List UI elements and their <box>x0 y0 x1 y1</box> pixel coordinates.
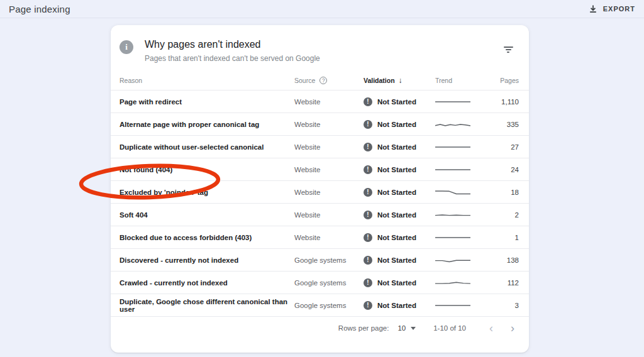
validation-status-label: Not Started <box>377 279 416 287</box>
source-cell: Website <box>294 211 364 219</box>
exclamation-icon: ! <box>364 120 372 129</box>
rows-per-page-label: Rows per page: <box>338 324 389 332</box>
column-header-validation[interactable]: Validation ↓ <box>364 76 430 85</box>
reason-cell: Alternate page with proper canonical tag <box>119 121 294 128</box>
validation-cell: !Not Started <box>364 256 430 265</box>
reason-cell: Soft 404 <box>119 211 294 219</box>
trend-sparkline <box>430 211 483 219</box>
download-icon <box>589 4 597 13</box>
source-cell: Google systems <box>294 256 364 264</box>
pages-count-cell: 138 <box>483 256 519 264</box>
export-button[interactable]: EXPORT <box>589 4 635 13</box>
pages-count-cell: 24 <box>483 166 519 173</box>
trend-sparkline <box>430 165 483 174</box>
reason-cell: Blocked due to access forbidden (403) <box>119 234 294 241</box>
validation-cell: !Not Started <box>364 165 430 174</box>
table-row[interactable]: Crawled - currently not indexedGoogle sy… <box>111 271 529 294</box>
trend-sparkline <box>430 278 483 287</box>
validation-status-label: Not Started <box>377 166 416 173</box>
table-row[interactable]: Duplicate, Google chose different canoni… <box>111 294 529 316</box>
trend-sparkline <box>430 256 483 265</box>
trend-sparkline <box>430 143 483 151</box>
exclamation-icon: ! <box>364 143 372 151</box>
reason-cell: Page with redirect <box>119 98 294 106</box>
reason-cell: Excluded by 'noindex' tag <box>119 189 294 196</box>
validation-cell: !Not Started <box>364 211 430 219</box>
pages-count-cell: 335 <box>483 121 519 128</box>
pages-count-cell: 27 <box>483 143 519 151</box>
trend-sparkline <box>430 120 483 129</box>
reason-cell: Discovered - currently not indexed <box>119 256 294 264</box>
validation-cell: !Not Started <box>364 278 430 287</box>
validation-status-label: Not Started <box>377 211 416 219</box>
table-row[interactable]: Page with redirectWebsite!Not Started1,1… <box>111 90 529 113</box>
source-cell: Website <box>294 166 364 173</box>
table-row[interactable]: Soft 404Website!Not Started2 <box>111 203 529 226</box>
trend-sparkline <box>430 301 483 310</box>
next-page-button[interactable]: › <box>504 319 521 337</box>
source-cell: Website <box>294 143 364 151</box>
table-row[interactable]: Alternate page with proper canonical tag… <box>111 113 529 135</box>
validation-status-label: Not Started <box>377 143 416 151</box>
validation-status-label: Not Started <box>377 302 416 309</box>
pages-count-cell: 3 <box>483 302 519 309</box>
source-cell: Google systems <box>294 302 364 309</box>
validation-cell: !Not Started <box>364 188 430 197</box>
panel-header: i Why pages aren't indexed Pages that ar… <box>111 25 529 63</box>
validation-status-label: Not Started <box>377 234 416 241</box>
reason-cell: Duplicate without user-selected canonica… <box>119 143 294 151</box>
exclamation-icon: ! <box>364 165 372 174</box>
trend-sparkline <box>430 97 483 106</box>
validation-cell: !Not Started <box>364 301 430 310</box>
rows-per-page-select[interactable]: 10 <box>397 324 416 332</box>
table-row[interactable]: Excluded by 'noindex' tagWebsite!Not Sta… <box>111 180 529 203</box>
exclamation-icon: ! <box>364 233 372 242</box>
dropdown-arrow-icon <box>411 327 416 330</box>
page-title: Page indexing <box>9 4 70 14</box>
page-indexing-report: Page indexing EXPORT i Why pages aren't … <box>0 0 644 357</box>
reason-cell: Duplicate, Google chose different canoni… <box>119 298 294 313</box>
why-pages-arent-indexed-panel: i Why pages aren't indexed Pages that ar… <box>111 25 529 353</box>
pages-count-cell: 18 <box>483 189 519 196</box>
exclamation-icon: ! <box>364 256 372 265</box>
table-row[interactable]: Discovered - currently not indexedGoogle… <box>111 248 529 271</box>
source-header-label: Source <box>294 77 315 84</box>
pages-count-cell: 1,110 <box>483 98 519 106</box>
source-cell: Website <box>294 234 364 241</box>
validation-status-label: Not Started <box>377 189 416 196</box>
top-bar: Page indexing EXPORT <box>0 0 644 18</box>
export-label: EXPORT <box>603 5 635 13</box>
validation-cell: !Not Started <box>364 120 430 129</box>
column-header-source[interactable]: Source ? <box>294 77 364 84</box>
exclamation-icon: ! <box>364 188 372 197</box>
pages-count-cell: 112 <box>483 279 519 287</box>
trend-sparkline <box>430 233 483 242</box>
table-body: Page with redirectWebsite!Not Started1,1… <box>111 90 529 316</box>
table-row[interactable]: Blocked due to access forbidden (403)Web… <box>111 226 529 248</box>
table-header-row: Reason Source ? Validation ↓ Trend Pages <box>111 70 529 90</box>
info-icon: i <box>119 40 133 54</box>
column-header-pages[interactable]: Pages <box>483 77 519 84</box>
column-header-reason[interactable]: Reason <box>119 77 294 84</box>
source-cell: Google systems <box>294 279 364 287</box>
source-cell: Website <box>294 189 364 196</box>
validation-cell: !Not Started <box>364 97 430 106</box>
trend-sparkline <box>430 188 483 197</box>
table-row[interactable]: Not found (404)Website!Not Started24 <box>111 158 529 180</box>
table-pagination: Rows per page: 10 1-10 of 10 ‹ › <box>111 316 529 339</box>
validation-status-label: Not Started <box>377 121 416 128</box>
table-row[interactable]: Duplicate without user-selected canonica… <box>111 135 529 158</box>
validation-cell: !Not Started <box>364 143 430 151</box>
validation-status-label: Not Started <box>377 256 416 264</box>
help-icon[interactable]: ? <box>319 77 327 84</box>
pagination-range: 1-10 of 10 <box>433 324 466 332</box>
panel-titles: Why pages aren't indexed Pages that aren… <box>145 39 320 63</box>
exclamation-icon: ! <box>364 211 372 219</box>
sort-descending-icon: ↓ <box>399 76 402 85</box>
source-cell: Website <box>294 98 364 106</box>
filter-icon[interactable] <box>501 43 515 57</box>
column-header-trend[interactable]: Trend <box>430 77 483 84</box>
panel-title: Why pages aren't indexed <box>145 39 320 50</box>
previous-page-button[interactable]: ‹ <box>482 319 500 337</box>
validation-status-label: Not Started <box>377 98 416 106</box>
